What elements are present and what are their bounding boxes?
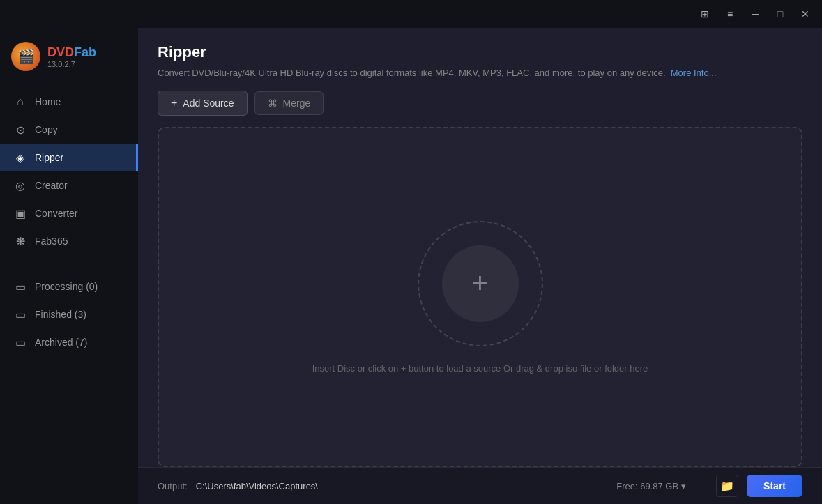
page-desc-text: Convert DVD/Blu-ray/4K Ultra HD Blu-ray … [158,68,666,78]
processing-icon: ▭ [14,280,26,293]
fab365-icon: ❋ [14,235,26,247]
logo-version: 13.0.2.7 [47,60,96,68]
nav-main: ⌂ Home ⊙ Copy ◈ Ripper ◎ Creator ▣ Conve… [0,85,138,258]
merge-button[interactable]: ⌘ Merge [254,91,324,115]
browse-folder-button[interactable]: 📁 [716,475,738,497]
more-info-link[interactable]: More Info... [671,68,717,78]
sidebar-item-finished-label: Finished (3) [35,309,86,320]
sidebar-item-home-label: Home [35,96,61,107]
copy-icon: ⊙ [14,123,26,136]
sidebar-item-fab365-label: Fab365 [35,236,68,247]
page-description: Convert DVD/Blu-ray/4K Ultra HD Blu-ray … [158,67,802,79]
merge-icon: ⌘ [268,98,277,109]
add-source-button[interactable]: + Add Source [158,91,248,116]
sidebar-item-converter-label: Converter [35,208,77,219]
output-path: C:\Users\fab\Videos\Captures\ [196,481,617,491]
logo-text-area: DVDFab 13.0.2.7 [47,45,96,68]
folder-icon: 📁 [720,480,734,493]
sidebar: 🎬 DVDFab 13.0.2.7 ⌂ Home ⊙ Copy ◈ Ripper [0,28,138,504]
toolbar: + Add Source ⌘ Merge [138,91,822,127]
drop-hint-text: Insert Disc or click on + button to load… [312,363,648,374]
sidebar-item-copy[interactable]: ⊙ Copy [0,116,138,144]
creator-icon: ◎ [14,179,26,192]
add-icon: + [472,268,488,299]
sidebar-item-converter[interactable]: ▣ Converter [0,199,138,227]
sidebar-item-creator-label: Creator [35,180,68,191]
sidebar-divider [11,264,127,264]
app-body: 🎬 DVDFab 13.0.2.7 ⌂ Home ⊙ Copy ◈ Ripper [0,28,822,504]
output-bar: Output: C:\Users\fab\Videos\Captures\ Fr… [138,467,822,504]
page-title: Ripper [158,43,802,61]
minimize-btn[interactable]: ─ [744,4,766,24]
output-label: Output: [158,481,188,491]
logo-icon: 🎬 [11,42,40,71]
sidebar-item-processing[interactable]: ▭ Processing (0) [0,273,138,300]
merge-label: Merge [283,98,311,109]
free-label: Free: 69.87 GB [616,481,678,491]
sidebar-item-ripper[interactable]: ◈ Ripper [0,144,138,171]
plus-icon: + [171,97,177,109]
drop-circle-inner: + [442,245,519,322]
chevron-down-icon[interactable]: ▾ [681,481,686,491]
menu-btn[interactable]: ≡ [719,4,741,24]
title-bar: ⊞ ≡ ─ □ ✕ [0,0,822,28]
archived-icon: ▭ [14,336,26,349]
finished-icon: ▭ [14,308,26,321]
sidebar-item-archived-label: Archived (7) [35,337,87,348]
sidebar-item-home[interactable]: ⌂ Home [0,88,138,116]
maximize-btn[interactable]: □ [769,4,791,24]
output-divider [703,475,703,497]
logo-area: 🎬 DVDFab 13.0.2.7 [0,33,138,85]
start-button[interactable]: Start [747,475,802,497]
logo-title: DVDFab [47,45,96,60]
ripper-icon: ◈ [14,151,26,164]
sidebar-item-processing-label: Processing (0) [35,281,98,292]
converter-icon: ▣ [14,207,26,220]
sidebar-item-copy-label: Copy [35,124,58,135]
add-source-label: Add Source [183,98,234,109]
sidebar-item-finished[interactable]: ▭ Finished (3) [0,300,138,328]
sidebar-item-creator[interactable]: ◎ Creator [0,171,138,199]
drop-area[interactable]: + Insert Disc or click on + button to lo… [158,127,802,467]
sidebar-item-fab365[interactable]: ❋ Fab365 [0,227,138,255]
puzzle-icon-btn[interactable]: ⊞ [694,4,716,24]
nav-queue: ▭ Processing (0) ▭ Finished (3) ▭ Archiv… [0,270,138,359]
page-header: Ripper Convert DVD/Blu-ray/4K Ultra HD B… [138,28,822,91]
sidebar-item-ripper-label: Ripper [35,152,63,163]
output-free-space: Free: 69.87 GB ▾ [616,481,686,491]
main-content: Ripper Convert DVD/Blu-ray/4K Ultra HD B… [138,28,822,504]
drop-circle-outer: + [418,221,543,346]
home-icon: ⌂ [14,96,26,108]
sidebar-item-archived[interactable]: ▭ Archived (7) [0,328,138,356]
close-btn[interactable]: ✕ [794,4,816,24]
